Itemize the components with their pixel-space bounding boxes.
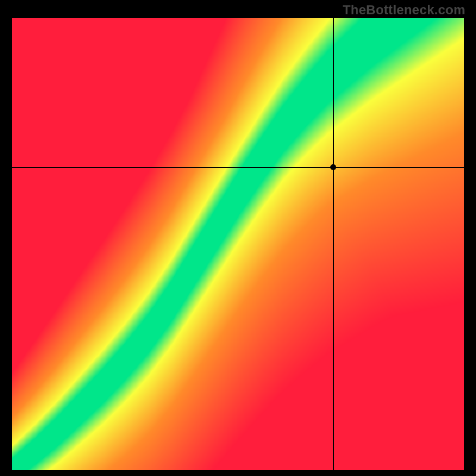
watermark-text: TheBottleneck.com <box>343 2 465 18</box>
crosshair-horizontal <box>12 167 464 168</box>
heatmap-plot <box>12 18 464 470</box>
heatmap-canvas <box>12 18 464 470</box>
marker-dot <box>330 164 336 170</box>
crosshair-vertical <box>333 18 334 470</box>
